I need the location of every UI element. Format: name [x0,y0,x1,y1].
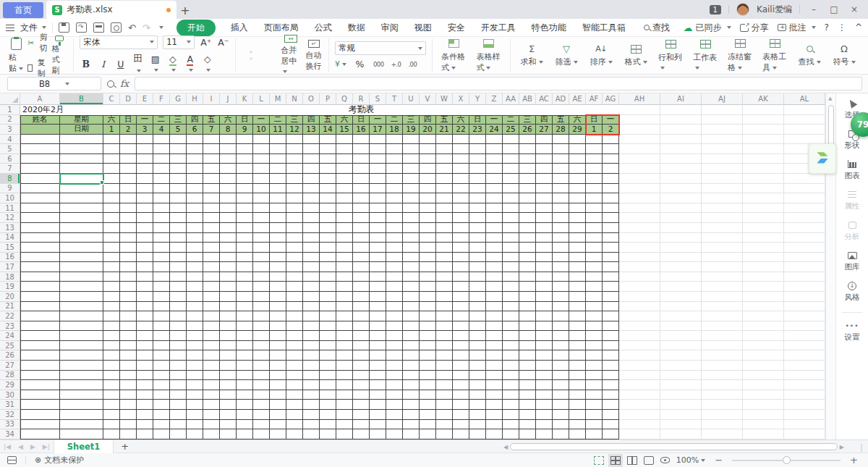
grid-cell-R10[interactable] [353,193,370,203]
grid-cell-K8[interactable] [237,174,253,184]
grid-cell-Y11[interactable] [469,203,486,214]
grid-cell-X10[interactable] [453,193,469,203]
grid-cell-H6[interactable] [187,154,203,164]
grid-cell-P22[interactable] [320,311,336,321]
column-header-A[interactable]: A [20,93,60,105]
grid-cell-AI9[interactable] [660,184,702,194]
grid-cell-X32[interactable] [453,410,469,420]
grid-cell-AD4[interactable] [553,135,569,145]
grid-cell-AA18[interactable] [503,272,519,282]
grid-cell-D26[interactable] [120,350,137,361]
tab-data[interactable]: 数据 [340,22,373,34]
grid-cell-AG27[interactable] [603,361,619,371]
grid-cell-H17[interactable] [187,262,203,272]
grid-cell-AD1[interactable] [553,105,569,115]
grid-cell-Z15[interactable] [486,243,503,253]
grid-cell-U5[interactable] [403,144,420,154]
grid-cell-J4[interactable] [220,135,237,145]
grid-cell-S25[interactable] [370,341,386,351]
underline-button[interactable]: U [114,59,127,70]
grid-cell-AL31[interactable] [784,400,825,410]
grid-cell-AC11[interactable] [536,203,553,214]
grid-cell-AE6[interactable] [569,154,586,164]
grid-cell-AF7[interactable] [586,164,603,174]
grid-cell-Y8[interactable] [469,174,486,184]
grid-cell-T14[interactable] [386,233,403,243]
grid-cell-AE17[interactable] [569,262,586,272]
grid-cell-E19[interactable] [137,282,153,292]
grid-cell-A6[interactable] [20,154,60,164]
row-header-4[interactable]: 4 [0,135,20,145]
grid-cell-AK25[interactable] [743,341,784,351]
grid-cell-F30[interactable] [153,390,170,400]
grid-cell-G26[interactable] [170,350,187,361]
grid-cell-I28[interactable] [203,371,220,381]
grid-cell-K12[interactable] [237,213,253,223]
grid-cell-G34[interactable] [170,429,187,439]
freeze-panes-button[interactable]: 冻结窗格 [725,38,755,73]
grid-cell-AB34[interactable] [519,429,536,439]
grid-cell-D4[interactable] [120,135,137,145]
grid-cell-W29[interactable] [436,380,453,390]
grid-cell-J27[interactable] [220,361,237,371]
grid-cell-P7[interactable] [320,164,336,174]
grid-cell-AG17[interactable] [603,262,619,272]
grid-cell-G13[interactable] [170,223,187,233]
tab-security[interactable]: 安全 [440,22,473,34]
tab-insert[interactable]: 插入 [223,22,256,34]
grid-cell-M28[interactable] [270,371,286,381]
grid-cell-U33[interactable] [403,420,420,430]
grid-cell-AH24[interactable] [619,331,660,341]
grid-cell-W18[interactable] [436,272,453,282]
grid-cell-T9[interactable] [386,184,403,194]
grid-cell-K17[interactable] [237,262,253,272]
grid-cell-I19[interactable] [203,282,220,292]
grid-cell-AJ29[interactable] [702,380,743,390]
row-header-20[interactable]: 20 [0,292,20,302]
grid-cell-AE3[interactable]: 29 [569,125,586,135]
row-header-11[interactable]: 11 [0,203,20,214]
grid-cell-I8[interactable] [203,174,220,184]
grid-cell-U11[interactable] [403,203,420,214]
grid-cell-C23[interactable] [103,321,120,332]
grid-cell-T33[interactable] [386,420,403,430]
grid-cell-Y14[interactable] [469,233,486,243]
grid-cell-AH30[interactable] [619,390,660,400]
restore-button[interactable]: □ [827,4,841,14]
grid-cell-N3[interactable]: 12 [286,125,303,135]
share-button[interactable]: 分享 [740,22,769,34]
grid-cell-M14[interactable] [270,233,286,243]
grid-cell-AI31[interactable] [660,400,702,410]
grid-cell-W6[interactable] [436,154,453,164]
grid-cell-AF24[interactable] [586,331,603,341]
row-header-9[interactable]: 9 [0,184,20,194]
grid-cell-AL22[interactable] [784,311,825,321]
sheet-tab-sheet1[interactable]: Sheet1 [54,440,114,453]
grid-cell-F17[interactable] [153,262,170,272]
grid-cell-E26[interactable] [137,350,153,361]
grid-cell-AB13[interactable] [519,223,536,233]
tab-view[interactable]: 视图 [407,22,440,34]
grid-cell-AD23[interactable] [553,321,569,332]
grid-cell-U24[interactable] [403,331,420,341]
grid-cell-K14[interactable] [237,233,253,243]
grid-cell-B7[interactable] [60,164,103,174]
grid-cell-AA1[interactable] [503,105,519,115]
grid-cell-AC25[interactable] [536,341,553,351]
row-header-6[interactable]: 6 [0,154,20,164]
grid-cell-AA21[interactable] [503,302,519,312]
row-header-33[interactable]: 33 [0,420,20,430]
grid-cell-A20[interactable] [20,292,60,302]
grid-cell-M26[interactable] [270,350,286,361]
grid-cell-AC24[interactable] [536,331,553,341]
grid-cell-AK30[interactable] [743,390,784,400]
grid-cell-AG4[interactable] [603,135,619,145]
grid-cell-Q18[interactable] [336,272,353,282]
grid-cell-AF17[interactable] [586,262,603,272]
grid-cell-D7[interactable] [120,164,137,174]
formula-input[interactable] [135,77,862,91]
grid-cell-P2[interactable]: 五 [320,115,336,125]
grid-cell-H5[interactable] [187,144,203,154]
grid-cell-F24[interactable] [153,331,170,341]
grid-cell-O5[interactable] [303,144,320,154]
